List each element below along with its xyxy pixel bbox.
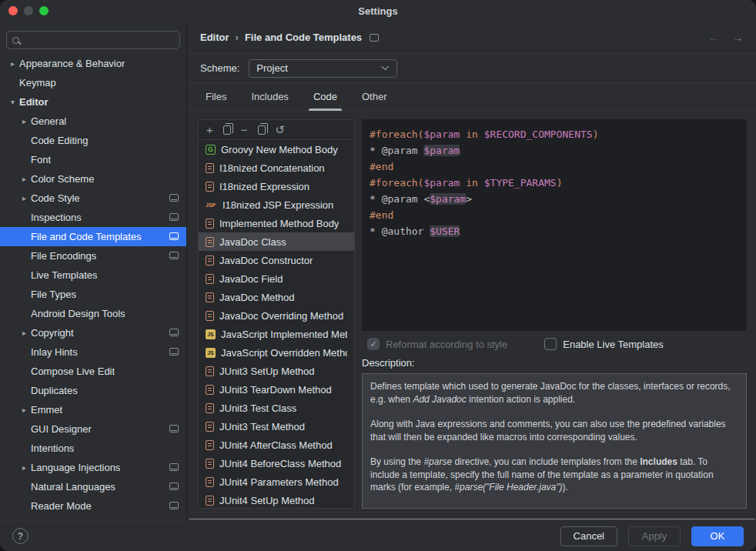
help-button[interactable]: ?	[12, 528, 28, 544]
tree-item-label: Inspections	[31, 212, 82, 223]
tree-item-android-design-tools[interactable]: Android Design Tools	[0, 304, 186, 323]
ok-button[interactable]: OK	[691, 526, 744, 546]
tree-item-code-style[interactable]: ▸Code Style	[0, 189, 186, 208]
remove-template-icon[interactable]: −	[241, 124, 248, 135]
template-options: ✓ Reformat according to style Enable Liv…	[362, 334, 747, 354]
tree-item-duplicates[interactable]: Duplicates	[0, 381, 186, 400]
tree-item-gui-designer[interactable]: GUI Designer	[0, 419, 186, 439]
template-item-label: JUnit4 SetUp Method	[219, 495, 315, 506]
tree-item-appearance-behavior[interactable]: ▸Appearance & Behavior	[0, 54, 186, 73]
chevron-down-icon[interactable]: ▾	[6, 98, 19, 106]
template-item-junit3-test-method[interactable]: JUnit3 Test Method	[199, 417, 354, 436]
template-file-icon	[206, 255, 214, 265]
copy-template-icon[interactable]	[258, 125, 266, 135]
code-token: * @param	[370, 145, 423, 156]
template-file-icon	[206, 385, 214, 395]
tree-item-reader-mode[interactable]: Reader Mode	[0, 496, 186, 516]
os-settings-icon	[169, 483, 179, 490]
tree-item-editor[interactable]: ▾Editor	[0, 92, 186, 112]
template-item-junit4-afterclass-method[interactable]: JUnit4 AfterClass Method	[199, 436, 354, 454]
groovy-file-icon: G	[206, 145, 216, 155]
enable-live-templates-checkbox[interactable]	[544, 338, 557, 350]
tab-includes[interactable]: Includes	[241, 83, 298, 110]
chevron-right-icon[interactable]: ▸	[18, 329, 31, 337]
tree-item-language-injections[interactable]: ▸Language Injections	[0, 458, 186, 477]
tree-item-keymap[interactable]: Keymap	[0, 73, 186, 92]
tree-item-font[interactable]: Font	[0, 150, 186, 169]
scheme-dropdown[interactable]: Project	[249, 59, 397, 78]
tree-item-label: Language Injections	[31, 462, 120, 473]
tree-item-inspections[interactable]: Inspections	[0, 208, 186, 227]
template-editor[interactable]: #foreach($param in $RECORD_COMPONENTS) *…	[362, 119, 747, 331]
template-item-javadoc-method[interactable]: JavaDoc Method	[199, 288, 354, 306]
template-item-junit3-setup-method[interactable]: JUnit3 SetUp Method	[199, 362, 354, 380]
chevron-right-icon[interactable]: ▸	[18, 406, 31, 414]
create-template-from-file-icon[interactable]	[223, 125, 231, 135]
template-item-junit4-beforeclass-method[interactable]: JUnit4 BeforeClass Method	[199, 454, 354, 473]
add-template-icon[interactable]: +	[206, 124, 213, 135]
search-icon	[12, 37, 19, 44]
os-settings-icon	[169, 329, 179, 336]
tree-item-emmet[interactable]: ▸Emmet	[0, 400, 186, 419]
tree-item-color-scheme[interactable]: ▸Color Scheme	[0, 169, 186, 189]
template-item-junit4-parameters-method[interactable]: JUnit4 Parameters Method	[199, 473, 354, 491]
template-item-javadoc-constructor[interactable]: JavaDoc Constructor	[199, 251, 354, 269]
chevron-right-icon[interactable]: ▸	[18, 463, 31, 472]
tree-item-copyright[interactable]: ▸Copyright	[0, 323, 186, 342]
description-text: Includes	[640, 456, 677, 467]
template-file-icon	[206, 237, 214, 247]
template-item-junit3-teardown-method[interactable]: JUnit3 TearDown Method	[199, 380, 354, 399]
os-settings-icon	[169, 463, 179, 471]
template-item-javascript-implemented-met[interactable]: JSJavaScript Implemented Met	[199, 325, 354, 343]
chevron-right-icon[interactable]: ▸	[18, 117, 31, 125]
template-item-i18nized-concatenation[interactable]: I18nized Concatenation	[199, 159, 354, 177]
template-item-label: JUnit4 Parameters Method	[219, 476, 339, 488]
template-item-i18nized-jsp-expression[interactable]: JSPI18nized JSP Expression	[199, 195, 354, 214]
back-arrow-icon[interactable]: ←	[708, 31, 720, 44]
tree-item-compose-live-edit[interactable]: Compose Live Edit	[0, 362, 186, 381]
code-token: #foreach(	[370, 177, 423, 189]
code-line: * @param <$param>	[370, 191, 739, 207]
reformat-checkbox[interactable]: ✓	[367, 338, 380, 350]
forward-arrow-icon[interactable]: →	[732, 31, 744, 44]
close-button[interactable]	[8, 6, 18, 15]
description-panel[interactable]: Defines template which used to generate …	[362, 373, 747, 509]
reset-template-icon[interactable]: ↺	[276, 124, 286, 135]
template-item-javascript-overridden-metho[interactable]: JSJavaScript Overridden Metho	[199, 343, 354, 362]
breadcrumb-editor[interactable]: Editor	[200, 32, 229, 43]
tab-code[interactable]: Code	[303, 83, 347, 110]
tab-other[interactable]: Other	[352, 83, 397, 110]
template-tabs: FilesIncludesCodeOther	[188, 83, 756, 111]
template-item-javadoc-overriding-method[interactable]: JavaDoc Overriding Method	[199, 306, 354, 325]
template-item-javadoc-class[interactable]: JavaDoc Class	[199, 232, 354, 251]
tree-item-inlay-hints[interactable]: Inlay Hints	[0, 342, 186, 362]
tree-item-file-types[interactable]: File Types	[0, 285, 186, 304]
template-item-i18nized-expression[interactable]: I18nized Expression	[199, 177, 354, 195]
search-input[interactable]	[6, 31, 180, 49]
tree-item-natural-languages[interactable]: Natural Languages	[0, 477, 186, 496]
tree-item-code-editing[interactable]: Code Editing	[0, 131, 186, 150]
template-item-junit3-test-class[interactable]: JUnit3 Test Class	[199, 399, 354, 417]
template-item-junit4-setup-method[interactable]: JUnit4 SetUp Method	[199, 491, 354, 509]
code-token: $TYPE_PARAMS	[484, 177, 557, 189]
tree-item-general[interactable]: ▸General	[0, 112, 186, 131]
apply-button[interactable]: Apply	[628, 526, 681, 546]
template-item-groovy-new-method-body[interactable]: GGroovy New Method Body	[199, 140, 354, 159]
tab-files[interactable]: Files	[196, 83, 236, 110]
cancel-button[interactable]: Cancel	[560, 526, 617, 546]
template-item-javadoc-field[interactable]: JavaDoc Field	[199, 269, 354, 288]
chevron-right-icon[interactable]: ▸	[6, 59, 19, 68]
tree-item-file-encodings[interactable]: File Encodings	[0, 246, 186, 265]
tree-item-file-and-code-templates[interactable]: File and Code Templates	[0, 227, 186, 246]
template-item-label: I18nized JSP Expression	[222, 199, 333, 211]
javascript-file-icon: JS	[206, 348, 216, 358]
tree-item-live-templates[interactable]: Live Templates	[0, 265, 186, 285]
zoom-button[interactable]	[39, 6, 49, 15]
chevron-right-icon[interactable]: ▸	[18, 194, 31, 202]
chevron-right-icon[interactable]: ▸	[18, 175, 31, 183]
template-item-implemented-method-body[interactable]: Implemented Method Body	[199, 214, 354, 232]
code-token: $RECORD_COMPONENTS	[484, 129, 593, 140]
description-text: Along with Java expressions and comments…	[370, 419, 726, 442]
tree-item-intentions[interactable]: Intentions	[0, 439, 186, 458]
code-token: * @param <	[370, 193, 430, 205]
